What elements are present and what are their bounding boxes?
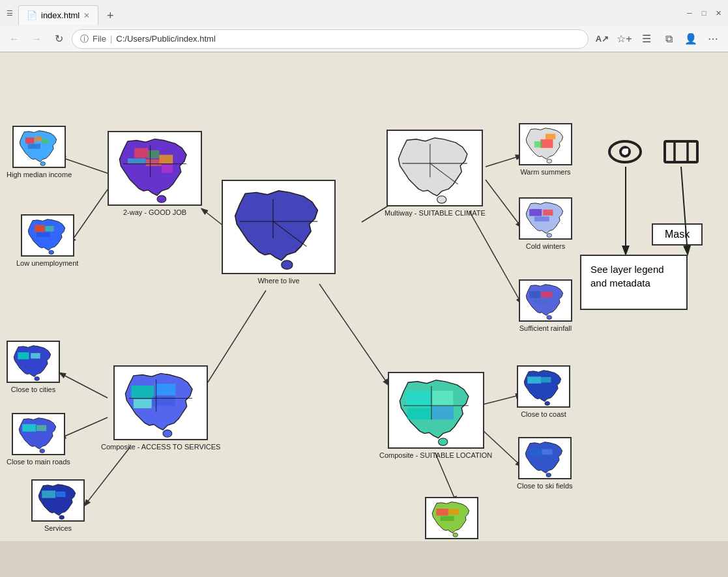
- svg-rect-78: [541, 292, 552, 298]
- title-bar: ☰ 📄 index.html ✕ + ─ □ ✕: [0, 0, 728, 26]
- svg-rect-51: [31, 353, 40, 358]
- svg-line-6: [469, 211, 521, 303]
- close-ski-label: Close to ski fields: [517, 481, 573, 490]
- close-window-btn[interactable]: ✕: [714, 8, 723, 18]
- close-coast-node[interactable]: Close to coast: [517, 365, 570, 419]
- svg-rect-39: [36, 232, 50, 237]
- sufficient-rainfall-node[interactable]: Sufficient rainfall: [519, 279, 572, 333]
- services-node[interactable]: Services: [31, 479, 85, 533]
- close-cities-label: Close to cities: [11, 385, 55, 394]
- svg-rect-99: [449, 509, 459, 514]
- nav-right: A↗ ☆+ ☰ ⧉ 👤 ⋯: [592, 29, 723, 49]
- svg-rect-91: [541, 377, 551, 382]
- browser-tab-btn[interactable]: ⧉: [659, 29, 678, 49]
- access-services-label: Composite - ACCESS TO SERVICES: [101, 442, 220, 451]
- svg-rect-90: [527, 376, 541, 384]
- file-label: File: [93, 34, 106, 44]
- more-btn[interactable]: ⋯: [703, 29, 723, 49]
- tab-icon: 📄: [27, 10, 37, 20]
- low-unemployment-label: Low unemployment: [16, 259, 78, 268]
- active-tab[interactable]: 📄 index.html ✕: [18, 5, 98, 25]
- svg-rect-69: [534, 141, 542, 148]
- address-bar[interactable]: ⓘ File | C:/Users/Public/index.html: [72, 29, 589, 49]
- svg-point-60: [59, 515, 65, 519]
- svg-rect-37: [35, 225, 44, 232]
- center-label: Where to live: [257, 276, 299, 285]
- cold-winters-node[interactable]: Cold winters: [519, 197, 572, 251]
- refresh-btn[interactable]: ↻: [50, 30, 68, 48]
- preferred-land-node[interactable]: Preferred land use: [422, 497, 482, 541]
- svg-rect-72: [529, 209, 542, 216]
- favorites-bar-btn[interactable]: ☰: [637, 29, 656, 49]
- read-aloud-btn[interactable]: A↗: [592, 29, 612, 49]
- sufficient-rainfall-label: Sufficient rainfall: [519, 324, 572, 333]
- close-roads-node[interactable]: Close to main roads: [7, 413, 70, 466]
- svg-rect-24: [128, 158, 146, 163]
- new-tab-btn[interactable]: +: [101, 7, 119, 25]
- access-services-node[interactable]: Composite - ACCESS TO SERVICES: [101, 365, 220, 451]
- svg-rect-67: [540, 139, 553, 148]
- svg-rect-74: [534, 216, 549, 221]
- map-icon-btn[interactable]: [662, 136, 701, 167]
- sidebar-toggle-btn[interactable]: ☰: [5, 8, 14, 18]
- warm-summers-node[interactable]: Warm summers: [519, 123, 572, 176]
- tab-close-btn[interactable]: ✕: [83, 11, 90, 20]
- info-icon: ⓘ: [80, 33, 89, 45]
- svg-rect-38: [45, 226, 53, 231]
- svg-point-40: [49, 250, 54, 254]
- svg-point-56: [40, 449, 45, 453]
- svg-rect-98: [437, 509, 448, 516]
- svg-point-52: [35, 376, 40, 380]
- close-ski-node[interactable]: Close to ski fields: [517, 437, 573, 490]
- svg-point-35: [40, 162, 46, 165]
- svg-rect-84: [407, 408, 430, 419]
- address-separator: |: [110, 34, 112, 44]
- back-btn[interactable]: ←: [5, 30, 23, 48]
- svg-line-14: [435, 453, 456, 502]
- main-content: Where to live 2-way - GOOD JOB: [0, 53, 728, 541]
- svg-line-10: [85, 447, 130, 505]
- profile-btn[interactable]: 👤: [681, 29, 701, 49]
- svg-point-96: [546, 473, 551, 477]
- close-cities-node[interactable]: Close to cities: [7, 341, 60, 394]
- svg-point-48: [163, 430, 172, 437]
- svg-rect-33: [42, 139, 49, 143]
- svg-point-19: [282, 260, 293, 270]
- maximize-btn[interactable]: □: [699, 8, 708, 18]
- svg-rect-79: [534, 298, 548, 303]
- forward-btn[interactable]: →: [27, 30, 46, 48]
- info-box: See layer legend and metadata: [580, 255, 688, 310]
- svg-rect-58: [42, 490, 55, 498]
- mask-label: Mask: [665, 229, 690, 240]
- suitable-location-label: Composite - SUITABLE LOCATION: [379, 451, 492, 460]
- svg-rect-54: [22, 424, 36, 431]
- center-node[interactable]: Where to live: [222, 180, 336, 285]
- svg-point-101: [453, 533, 458, 537]
- favorites-btn[interactable]: ☆+: [615, 29, 634, 49]
- eye-icon-btn[interactable]: [607, 137, 643, 167]
- svg-rect-85: [431, 406, 453, 419]
- svg-point-29: [157, 195, 166, 203]
- svg-rect-106: [665, 141, 697, 162]
- svg-point-65: [437, 196, 446, 203]
- svg-rect-44: [134, 399, 152, 408]
- svg-rect-82: [405, 391, 431, 407]
- suitable-climate-node[interactable]: Multiway - SUITABLE CLIMATE: [385, 130, 486, 218]
- svg-point-105: [626, 148, 628, 151]
- nav-bar: ← → ↻ ⓘ File | C:/Users/Public/index.htm…: [0, 26, 728, 52]
- svg-point-92: [545, 401, 550, 405]
- svg-rect-59: [56, 492, 65, 497]
- suitable-location-node[interactable]: Composite - SUITABLE LOCATION: [379, 372, 492, 460]
- svg-line-4: [486, 156, 521, 167]
- svg-rect-31: [25, 137, 34, 144]
- good-job-label: 2-way - GOOD JOB: [123, 208, 186, 217]
- svg-rect-43: [155, 384, 175, 395]
- minimize-btn[interactable]: ─: [685, 8, 694, 18]
- high-median-node[interactable]: High median income: [7, 126, 72, 179]
- eye-icon: [607, 137, 643, 167]
- close-coast-label: Close to coast: [521, 410, 566, 419]
- services-label: Services: [44, 524, 72, 533]
- low-unemployment-node[interactable]: Low unemployment: [16, 214, 78, 268]
- close-roads-label: Close to main roads: [7, 457, 70, 466]
- good-job-node[interactable]: 2-way - GOOD JOB: [108, 131, 202, 217]
